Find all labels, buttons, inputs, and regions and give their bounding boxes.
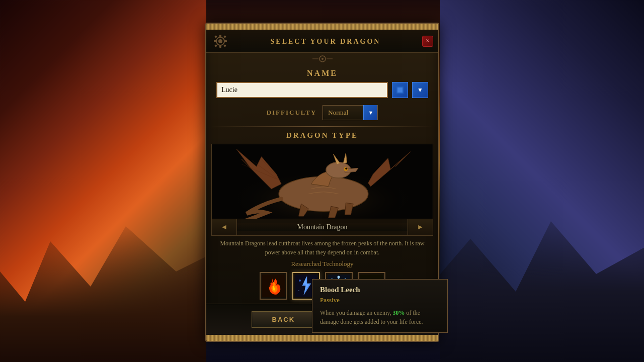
name-dropdown-button[interactable]: ▼	[412, 82, 428, 98]
dragon-name-display: Mountain Dragon	[237, 223, 408, 231]
tooltip-highlight: 30%	[393, 309, 405, 316]
name-input[interactable]	[216, 82, 388, 98]
dragon-prev-button[interactable]: ◄	[212, 219, 237, 235]
tooltip-body-prefix: When you damage an enemy,	[320, 309, 393, 316]
tooltip-body: When you damage an enemy, 30% of the dam…	[320, 308, 440, 326]
svg-rect-8	[214, 44, 217, 47]
difficulty-label: DIFFICULTY	[267, 109, 317, 117]
svg-rect-6	[214, 35, 217, 38]
tooltip-blood-leech: Blood Leech Passive When you damage an e…	[312, 279, 448, 333]
tooltip-subtitle: Passive	[320, 296, 440, 304]
name-color-button[interactable]	[392, 82, 408, 98]
name-input-row: ▼	[206, 82, 438, 103]
svg-point-21	[345, 167, 347, 169]
svg-rect-4	[214, 40, 216, 42]
tech-section-title: Researched Technology	[211, 260, 433, 268]
svg-rect-5	[224, 40, 227, 42]
dialog-header: SELECT YOUR DRAGON ×	[206, 30, 438, 53]
svg-rect-2	[219, 35, 221, 37]
dialog-title: SELECT YOUR DRAGON	[271, 38, 381, 45]
difficulty-dropdown-button[interactable]: ▼	[363, 105, 377, 120]
difficulty-select[interactable]: Normal ▼	[323, 105, 378, 120]
svg-point-37	[337, 276, 340, 279]
difficulty-value: Normal	[323, 109, 363, 117]
dragon-type-title: DRAGON TYPE	[206, 127, 438, 144]
back-button[interactable]: BACK	[252, 311, 316, 328]
svg-rect-9	[223, 44, 226, 47]
deco-divider	[206, 53, 438, 67]
gear-icon-left	[211, 32, 229, 50]
dragon-next-button[interactable]: ►	[408, 219, 433, 235]
dragon-description: Mountain Dragons lead cutthroat lives am…	[216, 239, 428, 257]
dragon-image-area	[211, 144, 433, 219]
tech-icon-fire[interactable]	[260, 272, 287, 300]
svg-rect-7	[223, 35, 226, 38]
dialog-title-bar: SELECT YOUR DRAGON	[229, 37, 422, 46]
difficulty-row: DIFFICULTY Normal ▼	[206, 103, 438, 126]
svg-point-27	[299, 280, 301, 282]
close-button[interactable]: ×	[422, 36, 433, 47]
svg-rect-3	[219, 45, 221, 48]
dialog-top-border	[206, 24, 438, 30]
svg-point-29	[298, 290, 299, 291]
name-section-title: NAME	[206, 67, 438, 82]
dialog-bottom-border	[206, 335, 438, 341]
svg-rect-15	[397, 87, 403, 93]
svg-point-12	[321, 58, 324, 60]
dragon-nav-row: ◄ Mountain Dragon ►	[211, 219, 433, 236]
tooltip-title: Blood Leech	[320, 286, 440, 294]
svg-point-1	[218, 39, 222, 43]
